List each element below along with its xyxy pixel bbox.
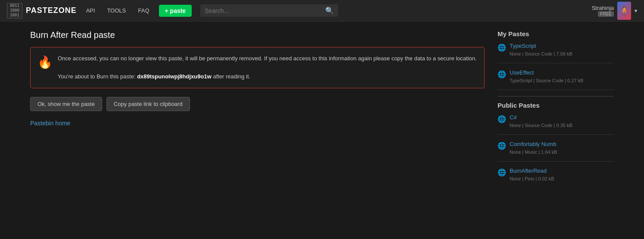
home-link[interactable]: Pastebin home <box>30 120 70 127</box>
my-pastes-title: My Pastes <box>498 30 614 37</box>
public-paste-item-2: 🌐 BurnAfterRead None | Pets | 0.02 kB <box>498 168 614 188</box>
user-badge: FREE <box>598 11 614 17</box>
warning-suffix: after reading it. <box>213 73 250 80</box>
my-paste-meta-1: TypeScript | Source Code | 0.27 kB <box>510 78 583 83</box>
public-paste-meta-2: None | Pets | 0.02 kB <box>510 176 554 181</box>
public-paste-meta-1: None | Music | 1.64 kB <box>510 149 557 155</box>
my-paste-name-0[interactable]: TypeScript <box>510 43 572 49</box>
left-content: Burn After Read paste 🔥 Once accessed, y… <box>30 30 485 194</box>
show-paste-button[interactable]: Ok, show me the paste <box>30 97 102 111</box>
my-paste-item-1: 🌐 UseEffect TypeScript | Source Code | 0… <box>498 69 614 90</box>
logo-icon: 0011 1000 1001 <box>7 3 22 19</box>
globe-icon-p2: 🌐 <box>498 168 506 177</box>
public-paste-item-0: 🌐 C# None | Source Code | 0.35 kB <box>498 114 614 135</box>
search-container: 🔍 <box>200 4 338 17</box>
warning-line1: Once accessed, you can no longer view th… <box>58 54 477 63</box>
my-paste-meta-0: None | Source Code | 7.08 kB <box>510 51 572 56</box>
search-icon-button[interactable]: 🔍 <box>325 6 334 15</box>
copy-link-button[interactable]: Copy paste link to clipboard <box>106 97 190 111</box>
public-paste-name-0[interactable]: C# <box>510 114 572 121</box>
action-buttons: Ok, show me the paste Copy paste link to… <box>30 97 485 111</box>
globe-icon-p0: 🌐 <box>498 115 506 123</box>
right-sidebar: My Pastes 🌐 TypeScript None | Source Cod… <box>498 30 614 194</box>
public-paste-meta-0: None | Source Code | 0.35 kB <box>510 123 572 128</box>
public-paste-item-1: 🌐 Comfortably Numb None | Music | 1.64 k… <box>498 141 614 161</box>
warning-box: 🔥 Once accessed, you can no longer view … <box>30 47 485 88</box>
logo[interactable]: 0011 1000 1001 PASTEZONE <box>7 3 77 19</box>
user-menu[interactable]: Strahinja FREE 🧍 ▾ <box>592 2 637 20</box>
nav-api[interactable]: API <box>84 6 98 16</box>
avatar: 🧍 <box>617 2 631 20</box>
header: 0011 1000 1001 PASTEZONE API TOOLS FAQ +… <box>0 0 644 22</box>
search-input[interactable] <box>205 7 325 14</box>
new-paste-button[interactable]: + paste <box>159 5 192 17</box>
chevron-down-icon: ▾ <box>635 8 637 14</box>
my-paste-item-0: 🌐 TypeScript None | Source Code | 7.08 k… <box>498 43 614 63</box>
warning-line2: You're about to Burn this paste: dx89tsp… <box>58 72 477 81</box>
paste-id: dx89tspunolwpj8hdjxu9o1w <box>137 73 212 80</box>
nav-tools[interactable]: TOOLS <box>105 6 129 16</box>
warning-prefix: You're about to Burn this paste: <box>58 73 136 80</box>
nav-faq[interactable]: FAQ <box>136 6 152 16</box>
logo-text: PASTEZONE <box>26 6 77 15</box>
public-paste-name-1[interactable]: Comfortably Numb <box>510 141 557 147</box>
username: Strahinja <box>592 5 614 11</box>
warning-text: Once accessed, you can no longer view th… <box>58 54 477 81</box>
my-paste-name-1[interactable]: UseEffect <box>510 69 583 76</box>
page-title: Burn After Read paste <box>30 30 485 40</box>
fire-icon: 🔥 <box>37 55 53 69</box>
globe-icon-p1: 🌐 <box>498 142 506 150</box>
public-paste-name-2[interactable]: BurnAfterRead <box>510 168 554 174</box>
globe-icon-1: 🌐 <box>498 70 506 78</box>
globe-icon-0: 🌐 <box>498 43 506 52</box>
section-divider <box>498 96 614 96</box>
public-pastes-title: Public Pastes <box>498 102 614 109</box>
main-layout: Burn After Read paste 🔥 Once accessed, y… <box>0 22 644 202</box>
